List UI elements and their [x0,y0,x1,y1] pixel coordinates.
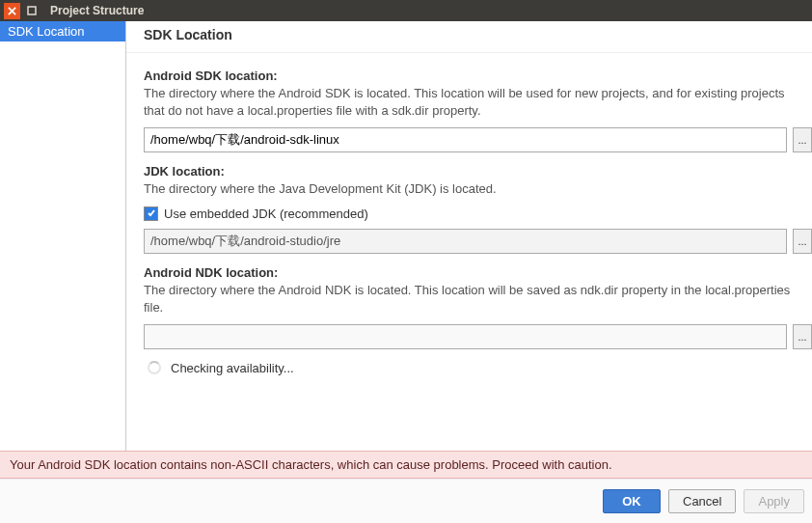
button-bar: OK Cancel Apply [0,479,812,523]
jdk-browse-button[interactable]: ... [793,229,812,254]
maximize-icon[interactable] [23,3,40,19]
status-row: Checking availability... [144,361,812,375]
page-title: SDK Location [126,21,812,53]
ndk-browse-button[interactable]: ... [793,324,812,349]
jdk-embedded-label: Use embedded JDK (recommended) [164,206,368,221]
svg-rect-0 [28,7,36,14]
main-body: Android SDK location: The directory wher… [126,53,812,451]
jdk-path-input [144,229,787,254]
spinner-icon [148,361,161,374]
main-panel: SDK Location Android SDK location: The d… [126,21,812,451]
sdk-desc: The directory where the Android SDK is l… [144,85,812,120]
warning-text: Your Android SDK location contains non-A… [10,457,612,472]
ndk-input-row: ... [144,324,812,349]
cancel-button[interactable]: Cancel [668,489,736,513]
warning-bar: Your Android SDK location contains non-A… [0,451,812,479]
sdk-path-input[interactable] [144,127,787,152]
ndk-title: Android NDK location: [144,265,812,280]
ndk-desc: The directory where the Android NDK is l… [144,282,812,317]
ndk-path-input[interactable] [144,324,787,349]
sidebar: SDK Location [0,21,126,451]
jdk-embedded-checkbox[interactable] [144,206,158,221]
sidebar-item-sdk-location[interactable]: SDK Location [0,21,125,41]
window-title: Project Structure [50,4,144,17]
jdk-desc: The directory where the Java Development… [144,180,812,198]
jdk-title: JDK location: [144,164,812,179]
sdk-browse-button[interactable]: ... [793,127,812,152]
status-text: Checking availability... [171,361,294,375]
content-area: SDK Location SDK Location Android SDK lo… [0,21,812,451]
sidebar-item-label: SDK Location [8,24,85,39]
titlebar: Project Structure [0,0,812,21]
sdk-title: Android SDK location: [144,69,812,83]
apply-button: Apply [744,489,804,513]
ok-button[interactable]: OK [603,489,661,513]
jdk-input-row: ... [144,229,812,254]
sdk-input-row: ... [144,127,812,152]
close-icon[interactable] [4,3,20,19]
jdk-embedded-row[interactable]: Use embedded JDK (recommended) [144,206,812,221]
